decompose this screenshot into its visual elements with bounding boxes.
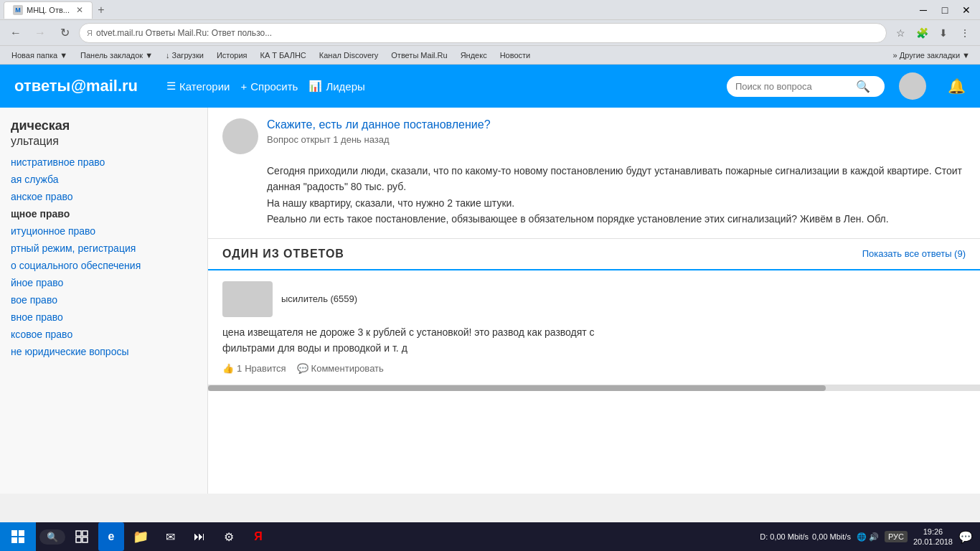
- refresh-button[interactable]: ↻: [55, 23, 75, 43]
- answer-username: ысилитель (6559): [281, 293, 357, 304]
- answer-actions: 👍 1 Нравится 💬 Комментировать: [222, 363, 966, 374]
- bookmark-otvet[interactable]: Ответы Mail.Ru: [385, 50, 453, 61]
- ask-nav-item[interactable]: + Спросить: [240, 80, 298, 93]
- sidebar-item-civil-law[interactable]: анское право: [0, 188, 207, 205]
- notification-area[interactable]: 💬: [958, 530, 973, 544]
- svg-rect-3: [19, 537, 24, 543]
- sidebar-item-military[interactable]: ая служба: [0, 171, 207, 188]
- extensions-icon[interactable]: 🧩: [913, 24, 931, 42]
- like-count: 1: [237, 363, 242, 374]
- show-all-answers-link[interactable]: Показать все ответы (9): [862, 248, 966, 259]
- svg-rect-1: [19, 530, 24, 536]
- date-display: 20.01.2018: [913, 537, 953, 547]
- answers-section-title: ОДИН ИЗ ОТВЕТОВ: [222, 248, 344, 260]
- answer-user-avatar: [222, 281, 273, 317]
- answer-text-line1: цена извещателя не дороже 3 к рублей с у…: [222, 326, 595, 338]
- menu-icon[interactable]: ⋮: [956, 24, 974, 42]
- browser-window: М МНЦ. Отв... ✕ + ─ □ ✕ ← → ↻ Я otvet.ma…: [0, 0, 980, 522]
- media-taskbar-button[interactable]: ⏭: [187, 522, 212, 551]
- notifications-bell-icon[interactable]: 🔔: [948, 77, 966, 95]
- avatar[interactable]: [899, 72, 926, 100]
- taskbar-right: D: 0,00 Mbit/s 0,00 Mbit/s 🌐 🔊 РУС 19:26…: [760, 527, 980, 547]
- sidebar-item-constitutional[interactable]: итуционное право: [0, 222, 207, 240]
- answer-header: ысилитель (6559): [222, 281, 966, 317]
- categories-icon: ☰: [166, 80, 176, 93]
- bookmarks-bar: Новая папка ▼ Панель закладок ▼ ↓ Загруз…: [0, 46, 980, 65]
- bookmark-news[interactable]: Новости: [494, 50, 537, 61]
- sidebar-item-other[interactable]: не юридические вопросы: [0, 343, 207, 360]
- tab-favicon: М: [13, 5, 23, 15]
- new-tab-button[interactable]: +: [93, 1, 110, 19]
- bookmark-discovery[interactable]: Канал Discovery: [314, 50, 384, 61]
- sidebar-item-financial[interactable]: ксовое право: [0, 326, 207, 343]
- task-view-button[interactable]: [69, 522, 95, 551]
- explorer-taskbar-button[interactable]: 📁: [128, 522, 154, 551]
- horizontal-scrollbar[interactable]: [208, 385, 980, 391]
- browser-tab[interactable]: М МНЦ. Отв... ✕: [4, 1, 93, 19]
- bookmark-new-folder[interactable]: Новая папка ▼: [6, 50, 73, 61]
- sidebar-item-labor-law[interactable]: вое право: [0, 291, 207, 309]
- sidebar-item-marital[interactable]: ртный режим, регистрация: [0, 240, 207, 257]
- answer-item: ысилитель (6559) цена извещателя не доро…: [208, 270, 980, 386]
- like-button[interactable]: 👍 1 Нравится: [222, 363, 286, 374]
- maximize-button[interactable]: □: [935, 0, 955, 20]
- scroll-thumb: [208, 385, 826, 391]
- taskbar: 🔍 e 📁 ✉ ⏭ ⚙ Я D: 0,: [0, 522, 980, 551]
- search-input[interactable]: [735, 81, 850, 92]
- network-icon[interactable]: 🌐: [857, 532, 867, 542]
- bookmark-downloads[interactable]: ↓ Загрузки: [160, 50, 209, 61]
- settings-taskbar-button[interactable]: ⚙: [216, 522, 242, 551]
- logo-text: ответы@mail.ru: [14, 77, 138, 95]
- browser-taskbar-button[interactable]: e: [98, 522, 124, 551]
- svg-rect-0: [11, 530, 17, 536]
- question-section: Скажите, есть ли данное постановление? В…: [208, 108, 980, 239]
- yandex-taskbar-button[interactable]: Я: [245, 522, 271, 551]
- tab-title: МНЦ. Отв...: [27, 6, 70, 14]
- windows-logo-icon: [11, 529, 25, 544]
- window-controls: ─ □ ✕: [913, 0, 976, 20]
- sidebar-item-social[interactable]: о социального обеспечения: [0, 257, 207, 274]
- close-button[interactable]: ✕: [956, 0, 976, 20]
- bookmark-yandex[interactable]: Яндекс: [455, 50, 493, 61]
- site-header: ответы@mail.ru ☰ Категории + Спросить 📊 …: [0, 65, 980, 108]
- site-logo: ответы@mail.ru: [14, 77, 138, 95]
- sidebar: дическая ультация нистративное право ая …: [0, 108, 208, 494]
- download-icon[interactable]: ⬇: [934, 24, 953, 42]
- sidebar-item-admin-law[interactable]: нистративное право: [0, 154, 207, 171]
- mail-taskbar-button[interactable]: ✉: [157, 522, 183, 551]
- time-display: 19:26: [913, 527, 953, 537]
- bookmark-panel[interactable]: Панель закладок ▼: [75, 50, 159, 61]
- bookmark-ka-balance[interactable]: КА Т БАЛНС: [255, 50, 312, 61]
- tab-close-button[interactable]: ✕: [76, 5, 83, 15]
- categories-label: Категории: [179, 80, 230, 93]
- search-icon[interactable]: 🔍: [856, 80, 870, 93]
- sidebar-item-housing-law[interactable]: щное право: [0, 205, 207, 222]
- comment-button[interactable]: 💬 Комментировать: [297, 363, 384, 374]
- start-button[interactable]: [0, 522, 36, 551]
- address-bar-input[interactable]: Я otvet.mail.ru Ответы Mail.Ru: Ответ по…: [79, 23, 887, 43]
- back-button[interactable]: ←: [6, 23, 26, 43]
- sidebar-item-criminal[interactable]: вное право: [0, 309, 207, 326]
- taskbar-icons: e 📁 ✉ ⏭ ⚙ Я: [69, 522, 271, 551]
- ask-icon: +: [240, 80, 247, 93]
- sidebar-title-line2: ультация: [0, 135, 207, 154]
- bookmark-history[interactable]: История: [211, 50, 253, 61]
- ask-label: Спросить: [250, 80, 298, 93]
- language-indicator[interactable]: РУС: [885, 531, 908, 542]
- more-bookmarks-button[interactable]: » Другие закладки ▼: [889, 50, 974, 61]
- volume-icon[interactable]: 🔊: [869, 532, 879, 542]
- taskbar-search-button[interactable]: 🔍: [39, 529, 65, 545]
- question-text: Сегодня приходили люди, сказали, что по …: [267, 165, 962, 225]
- star-icon[interactable]: ☆: [891, 24, 910, 42]
- leaders-nav-item[interactable]: 📊 Лидеры: [308, 80, 364, 93]
- question-title[interactable]: Скажите, есть ли данное постановление?: [267, 118, 491, 131]
- forward-button[interactable]: →: [30, 23, 50, 43]
- sidebar-item-tax-law[interactable]: йное право: [0, 274, 207, 291]
- minimize-button[interactable]: ─: [913, 0, 933, 20]
- categories-nav-item[interactable]: ☰ Категории: [166, 80, 230, 93]
- question-time: Вопрос открыт 1 день назад: [267, 134, 491, 145]
- header-search[interactable]: 🔍: [727, 76, 885, 97]
- content-area: ответы@mail.ru ☰ Категории + Спросить 📊 …: [0, 65, 980, 494]
- ssl-lock-icon: Я: [87, 29, 93, 37]
- svg-rect-5: [83, 531, 88, 536]
